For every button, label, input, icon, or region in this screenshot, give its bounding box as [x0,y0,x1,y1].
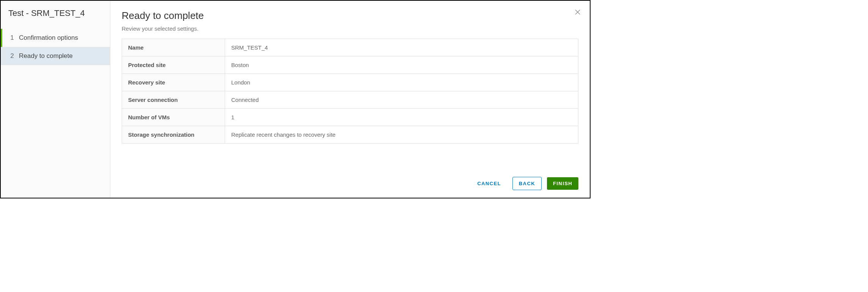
summary-key: Name [122,39,225,56]
step-ready-to-complete[interactable]: 2 Ready to complete [1,47,110,65]
wizard-sidebar: Test - SRM_TEST_4 1 Confirmation options… [1,1,110,198]
summary-key: Server connection [122,91,225,109]
wizard-dialog: Test - SRM_TEST_4 1 Confirmation options… [0,0,591,198]
cancel-button[interactable]: Cancel [471,177,507,190]
content-title: Ready to complete [122,10,578,22]
table-row: Storage synchronization Replicate recent… [122,126,578,144]
table-row: Server connection Connected [122,91,578,109]
summary-value: Connected [225,91,578,109]
table-row: Name SRM_TEST_4 [122,39,578,56]
table-row: Protected site Boston [122,56,578,74]
summary-value: 1 [225,109,578,126]
wizard-content: Ready to complete Review your selected s… [110,1,590,198]
wizard-title: Test - SRM_TEST_4 [1,8,110,29]
back-button[interactable]: Back [512,177,542,190]
step-number: 2 [8,52,16,60]
content-subtitle: Review your selected settings. [122,25,578,32]
summary-key: Storage synchronization [122,126,225,144]
finish-button[interactable]: Finish [547,177,578,190]
summary-value: Replicate recent changes to recovery sit… [225,126,578,144]
summary-key: Number of VMs [122,109,225,126]
step-number: 1 [8,34,16,42]
wizard-actions: Cancel Back Finish [122,168,578,190]
step-label: Ready to complete [16,52,73,60]
summary-value: SRM_TEST_4 [225,39,578,56]
step-confirmation-options[interactable]: 1 Confirmation options [1,29,110,47]
summary-value: London [225,74,578,91]
summary-value: Boston [225,56,578,74]
step-label: Confirmation options [16,34,78,42]
table-row: Number of VMs 1 [122,109,578,126]
close-icon[interactable] [575,9,581,15]
summary-key: Recovery site [122,74,225,91]
table-row: Recovery site London [122,74,578,91]
summary-key: Protected site [122,56,225,74]
summary-table: Name SRM_TEST_4 Protected site Boston Re… [122,39,578,144]
